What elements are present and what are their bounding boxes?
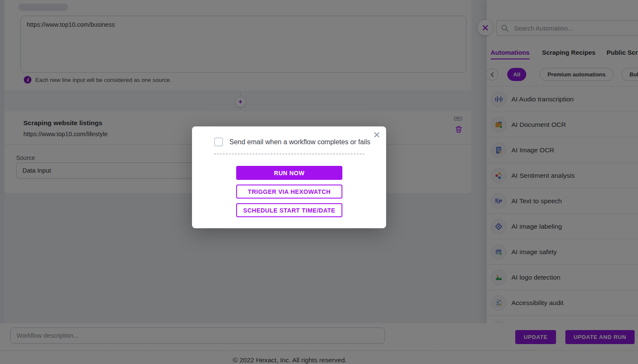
modal-divider: [214, 154, 365, 154]
send-email-checkbox[interactable]: [214, 137, 223, 146]
run-now-button[interactable]: RUN NOW: [236, 166, 342, 180]
schedule-start-button[interactable]: SCHEDULE START TIME/DATE: [236, 203, 342, 217]
close-modal-icon[interactable]: ×: [372, 127, 382, 143]
send-email-label: Send email when a workflow completes or …: [229, 138, 370, 146]
send-email-row: Send email when a workflow completes or …: [214, 137, 370, 146]
run-workflow-modal: × Send email when a workflow completes o…: [192, 126, 386, 228]
workflow-builder-page: https://www.top10.com/business i Each ne…: [0, 0, 638, 364]
trigger-via-hexowatch-button[interactable]: TRIGGER VIA HEXOWATCH: [236, 185, 342, 199]
